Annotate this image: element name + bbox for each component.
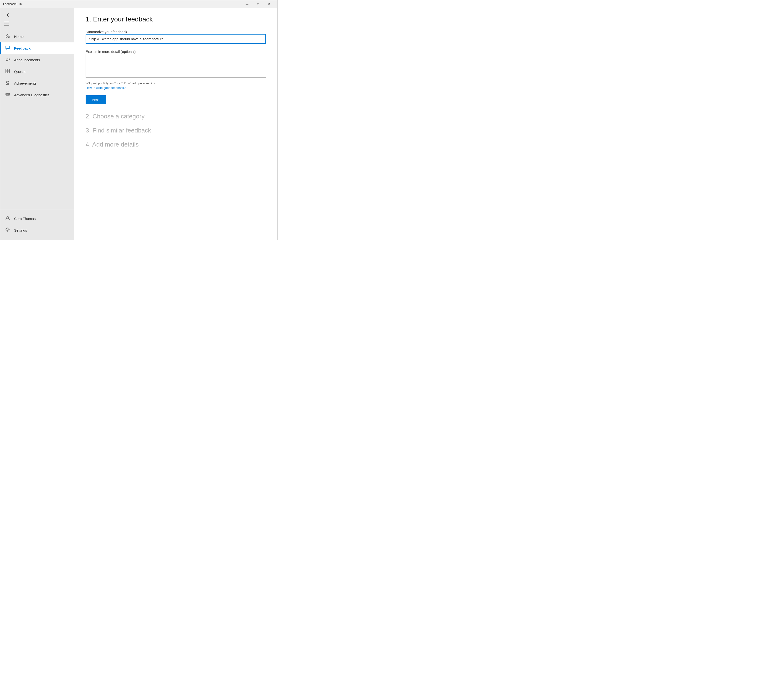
page-title: 1. Enter your feedback — [85, 16, 266, 23]
minimize-button[interactable]: — — [241, 0, 252, 8]
nav-items: Home Feedback — [0, 29, 74, 210]
sidebar-item-advanced-diagnostics[interactable]: Advanced Diagnostics — [0, 89, 74, 101]
main-content: 1. Enter your feedback Summarize your fe… — [74, 8, 277, 240]
sidebar-item-announcements[interactable]: Announcements — [0, 54, 74, 66]
sidebar-item-settings[interactable]: Settings — [0, 224, 74, 236]
detail-label: Explain in more detail (optional) — [85, 50, 136, 54]
svg-rect-0 — [6, 46, 9, 49]
public-notice: Will post publicly as Cora T. Don't add … — [85, 82, 266, 85]
quests-icon — [5, 69, 10, 75]
sidebar-item-feedback[interactable]: Feedback — [0, 42, 74, 54]
home-icon — [5, 34, 10, 39]
sidebar-item-achievements-label: Achievements — [14, 81, 36, 85]
sidebar-bottom: Cora Thomas Settings — [0, 210, 74, 240]
sidebar-item-announcements-label: Announcements — [14, 58, 40, 62]
sidebar-top — [0, 8, 74, 20]
advanced-diagnostics-icon — [5, 92, 10, 98]
next-button[interactable]: Next — [85, 95, 106, 104]
app-title: Feedback Hub — [3, 2, 22, 6]
announcements-icon — [5, 57, 10, 63]
step3-heading: 3. Find similar feedback — [85, 127, 266, 134]
svg-rect-1 — [6, 69, 7, 71]
sidebar-item-user[interactable]: Cora Thomas — [0, 213, 74, 224]
sidebar-item-advanced-diagnostics-label: Advanced Diagnostics — [14, 93, 49, 97]
titlebar: Feedback Hub — □ ✕ — [0, 0, 277, 8]
svg-point-8 — [7, 229, 8, 230]
sidebar-item-home[interactable]: Home — [0, 31, 74, 42]
achievements-icon — [5, 80, 10, 86]
sidebar-item-settings-label: Settings — [14, 228, 27, 232]
sidebar-item-achievements[interactable]: Achievements — [0, 77, 74, 89]
svg-rect-4 — [8, 71, 9, 73]
detail-section: Explain in more detail (optional) — [85, 50, 266, 82]
detail-textarea[interactable] — [85, 54, 266, 78]
sidebar-item-home-label: Home — [14, 35, 24, 39]
back-icon — [6, 13, 10, 17]
summarize-label: Summarize your feedback — [85, 30, 127, 34]
svg-point-7 — [7, 216, 9, 218]
sidebar-item-user-label: Cora Thomas — [14, 217, 36, 220]
sidebar-item-quests-label: Quests — [14, 69, 25, 74]
sidebar: Home Feedback — [0, 8, 74, 240]
summarize-section: Summarize your feedback — [85, 30, 266, 50]
app-body: Home Feedback — [0, 8, 277, 240]
maximize-button[interactable]: □ — [252, 0, 263, 8]
back-button[interactable] — [4, 11, 12, 19]
settings-icon — [5, 227, 10, 233]
sidebar-item-feedback-label: Feedback — [14, 46, 30, 50]
sidebar-item-quests[interactable]: Quests — [0, 66, 74, 77]
feedback-icon — [5, 45, 10, 51]
step2-heading: 2. Choose a category — [85, 113, 266, 120]
good-feedback-link[interactable]: How to write good feedback? — [85, 86, 266, 90]
window-controls: — □ ✕ — [241, 0, 274, 8]
svg-rect-3 — [6, 71, 7, 73]
user-icon — [5, 216, 10, 222]
svg-rect-2 — [8, 69, 9, 71]
summarize-input[interactable] — [85, 34, 266, 44]
close-button[interactable]: ✕ — [263, 0, 274, 8]
step4-heading: 4. Add more details — [85, 141, 266, 148]
